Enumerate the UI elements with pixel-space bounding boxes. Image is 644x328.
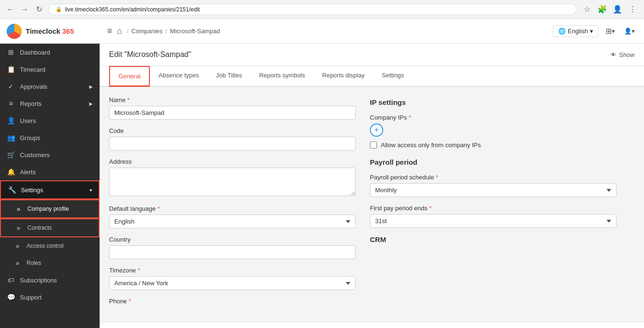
back-button[interactable]: ← <box>5 4 16 15</box>
country-input[interactable] <box>109 245 356 259</box>
subscriptions-icon: 🏷 <box>7 276 15 284</box>
sidebar-item-approvals[interactable]: ✓ Approvals ▶ <box>0 78 100 95</box>
sidebar-item-support[interactable]: 💬 Support <box>0 289 100 306</box>
reports-icon: ≡ <box>7 100 15 107</box>
address-bar[interactable]: 🔒 live.timeclock365.com/en/admin/compani… <box>48 4 577 15</box>
sidebar-item-label: Customers <box>20 151 50 159</box>
refresh-button[interactable]: ↻ <box>33 4 45 15</box>
payroll-title: Payroll period <box>370 158 616 166</box>
sub-arrow-icon: » <box>13 259 22 267</box>
url-text: live.timeclock365.com/en/admin/companies… <box>65 6 200 13</box>
sidebar-item-label: Company profile <box>28 206 69 212</box>
profile-button[interactable]: 👤 <box>611 3 624 16</box>
tab-job-titles[interactable]: Job Titles <box>208 66 251 87</box>
customers-icon: 🛒 <box>7 151 15 159</box>
address-input[interactable] <box>109 168 356 196</box>
ip-settings-section: IP settings Company IPs * + Allow access… <box>370 98 616 149</box>
breadcrumb-sep: / <box>166 28 167 35</box>
sidebar-item-timecard[interactable]: 📋 Timecard <box>0 61 100 78</box>
company-ips-group: Company IPs * + Allow access only from c… <box>370 114 616 149</box>
timezone-field-group: Timezone * America / New York <box>109 267 356 290</box>
bookmark-button[interactable]: ☆ <box>580 3 594 16</box>
home-icon[interactable]: ⌂ <box>117 26 122 36</box>
alerts-icon: 🔔 <box>7 168 15 176</box>
timezone-select[interactable]: America / New York <box>109 276 356 290</box>
payroll-schedule-label: Payroll period schedule * <box>370 174 616 181</box>
chevron-icon: ▶ <box>89 101 93 106</box>
sidebar-item-reports[interactable]: ≡ Reports ▶ <box>0 95 100 112</box>
dropdown-arrow-icon: ▾ <box>590 28 593 35</box>
users-icon: 👤 <box>7 117 15 124</box>
sidebar-item-company-profile[interactable]: » Company profile <box>0 199 100 218</box>
allow-access-row: Allow access only from company IPs <box>370 141 616 149</box>
dropdown-arrow-icon: ▾ <box>632 28 635 35</box>
name-label: Name * <box>109 96 356 103</box>
grid-button[interactable]: ⊞ ▾ <box>603 24 617 38</box>
sidebar-item-label: Groups <box>20 134 40 141</box>
globe-icon: 🌐 <box>558 28 566 35</box>
payroll-schedule-select[interactable]: Monthly <box>370 183 616 197</box>
language-select[interactable]: English <box>109 215 356 228</box>
extensions-button[interactable]: 🧩 <box>596 3 609 16</box>
sidebar-item-subscriptions[interactable]: 🏷 Subscriptions <box>0 272 100 289</box>
sidebar-item-groups[interactable]: 👥 Groups <box>0 129 100 146</box>
sidebar-item-contracts[interactable]: » Contracts <box>0 218 100 237</box>
sub-arrow-icon: » <box>13 242 22 250</box>
form-right: IP settings Company IPs * + Allow access… <box>370 96 616 312</box>
phone-field-group: Phone * <box>109 298 356 305</box>
country-field-group: Country <box>109 236 356 259</box>
lock-icon: 🔒 <box>55 6 62 12</box>
form-area: Name * Code Address Default <box>100 87 644 322</box>
sidebar-item-roles[interactable]: » Roles <box>0 254 100 272</box>
ip-settings-title: IP settings <box>370 98 616 106</box>
dashboard-icon: ⊞ <box>7 48 15 56</box>
sidebar-logo: Timeclock 365 <box>0 19 100 44</box>
tab-settings[interactable]: Settings <box>373 66 413 87</box>
company-ips-label: Company IPs * <box>370 114 616 121</box>
support-icon: 💬 <box>7 293 15 301</box>
country-label: Country <box>109 236 356 243</box>
sidebar-item-label: Dashboard <box>20 49 50 56</box>
sub-arrow-icon: » <box>14 205 23 213</box>
browser-chrome: ← → ↻ 🔒 live.timeclock365.com/en/admin/c… <box>0 0 644 19</box>
language-label: Default language * <box>109 205 356 212</box>
settings-icon: 🔧 <box>8 186 16 194</box>
page-title: Edit "Microsoft-Sampad" <box>109 50 191 59</box>
forward-button[interactable]: → <box>19 4 30 15</box>
logo-icon <box>7 24 22 39</box>
sidebar-item-settings[interactable]: 🔧 Settings ▾ <box>0 180 100 199</box>
eye-icon: 👁 <box>610 51 616 58</box>
code-input[interactable] <box>109 137 356 150</box>
name-input[interactable] <box>109 106 356 120</box>
tab-absence-types[interactable]: Absence types <box>150 66 207 87</box>
user-icon: 👤 <box>624 28 632 35</box>
timecard-icon: 📋 <box>7 66 15 73</box>
first-pay-select[interactable]: 31st <box>370 214 616 228</box>
tab-general[interactable]: General <box>109 66 150 87</box>
menu-button[interactable]: ⋮ <box>626 3 639 16</box>
sidebar-item-customers[interactable]: 🛒 Customers <box>0 146 100 163</box>
user-menu-button[interactable]: 👤 ▾ <box>622 24 636 38</box>
breadcrumb-companies[interactable]: Companies <box>131 28 163 35</box>
payroll-section: Payroll period Payroll period schedule *… <box>370 158 616 228</box>
payroll-schedule-group: Payroll period schedule * Monthly <box>370 174 616 197</box>
show-button[interactable]: 👁 Show <box>610 51 635 58</box>
sidebar-item-access-control[interactable]: » Access control <box>0 237 100 254</box>
sidebar-item-users[interactable]: 👤 Users <box>0 112 100 129</box>
sidebar-item-label: Approvals <box>20 83 47 90</box>
topnav: ≡ ⌂ / Companies / Microsoft-Sampad 🌐 Eng… <box>100 19 644 44</box>
timezone-label: Timezone * <box>109 267 356 274</box>
breadcrumb-company-name: Microsoft-Sampad <box>170 28 220 35</box>
allow-access-label: Allow access only from company IPs <box>381 141 481 149</box>
tab-reports-display[interactable]: Reports display <box>313 66 373 87</box>
sidebar-item-label: Users <box>20 117 36 124</box>
sidebar-item-dashboard[interactable]: ⊞ Dashboard <box>0 44 100 61</box>
tab-reports-symbols[interactable]: Reports symbols <box>250 66 313 87</box>
language-selector[interactable]: 🌐 English ▾ <box>553 25 598 37</box>
hamburger-icon[interactable]: ≡ <box>107 26 112 36</box>
add-ip-button[interactable]: + <box>370 123 383 137</box>
sub-arrow-icon: » <box>14 224 23 232</box>
allow-access-checkbox[interactable] <box>370 141 377 149</box>
main-content: Edit "Microsoft-Sampad" 👁 Show General A… <box>100 44 644 328</box>
sidebar-item-alerts[interactable]: 🔔 Alerts <box>0 163 100 180</box>
